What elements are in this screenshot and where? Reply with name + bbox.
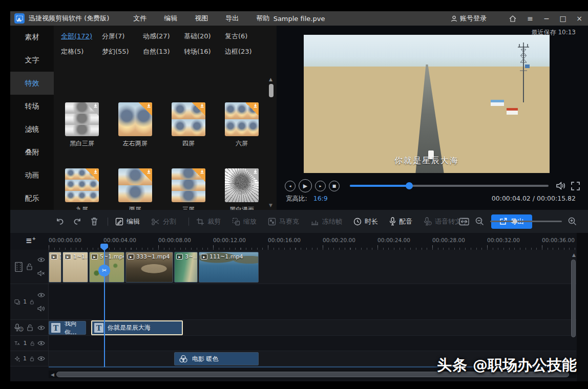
tab-freeze[interactable]: 定格(5)	[61, 47, 102, 56]
text-track[interactable]	[49, 336, 576, 351]
sidebar-item-overlays[interactable]: 叠附	[10, 141, 54, 164]
sidebar-item-transitions[interactable]: 转场	[10, 95, 54, 118]
freeze-frame-tool-button[interactable]: 冻结帧	[310, 217, 342, 226]
crop-tool-button[interactable]: 裁剪	[196, 217, 221, 226]
play-button[interactable]: ▶	[299, 179, 312, 192]
effect-thumb[interactable]	[65, 102, 99, 136]
text-track-header: 1	[10, 336, 49, 351]
menu-edit[interactable]: 编辑	[164, 14, 177, 23]
video-clip[interactable]: ▶3~...	[174, 252, 198, 283]
lock-icon[interactable]	[26, 263, 33, 270]
mosaic-tool-button[interactable]: 马赛克	[268, 217, 299, 226]
sidebar-item-media[interactable]: 素材	[10, 26, 54, 49]
undo-button[interactable]	[55, 218, 65, 226]
effect-track-icon	[14, 355, 20, 363]
add-track-button[interactable]: ≡+	[26, 236, 36, 245]
effect-thumb[interactable]	[118, 102, 152, 136]
video-clip[interactable]: ▶1~1...	[62, 252, 88, 283]
effect-thumb[interactable]	[172, 102, 205, 136]
speaker-icon[interactable]	[37, 306, 45, 312]
effect-thumb[interactable]	[225, 168, 259, 202]
previous-frame-button[interactable]: ◂	[285, 181, 296, 191]
sidebar-item-filters[interactable]: 滤镜	[10, 118, 54, 141]
tab-splitscreen[interactable]: 分屏(7)	[102, 32, 143, 41]
lock-icon[interactable]	[27, 324, 33, 331]
menu-view[interactable]: 视图	[195, 14, 208, 23]
fullscreen-icon[interactable]	[571, 182, 580, 190]
tab-dream[interactable]: 梦幻(55)	[102, 47, 143, 56]
sidebar-item-text[interactable]: 文字	[10, 49, 54, 72]
zoom-slider-handle[interactable]	[513, 219, 517, 224]
scrollbar-thumb[interactable]	[269, 84, 274, 97]
tab-all[interactable]: 全部(172)	[61, 32, 102, 41]
video-preview[interactable]: 你就是星辰大海	[304, 35, 550, 173]
split-tool-button[interactable]: 分割	[151, 217, 176, 226]
delete-button[interactable]	[90, 217, 98, 226]
timeline-right-gutter	[577, 233, 588, 381]
subtitle-clip[interactable]: T我向你...	[49, 321, 86, 335]
scroll-up-icon[interactable]: ▲	[269, 77, 272, 82]
mute-icon[interactable]	[37, 270, 45, 276]
scroll-left-icon[interactable]: ◀	[51, 372, 54, 377]
lock-icon[interactable]	[30, 355, 34, 362]
home-button[interactable]	[509, 15, 518, 22]
playhead-split-button[interactable]: ✂	[98, 265, 110, 276]
aspect-ratio[interactable]: 宽高比: 16:9	[286, 194, 328, 203]
effect-clip[interactable]: 电影 暖色	[174, 352, 259, 365]
effects-scrollbar[interactable]: ▲ ▼	[268, 77, 275, 208]
tab-retro[interactable]: 复古(6)	[225, 32, 266, 41]
next-frame-button[interactable]: ▸	[315, 181, 326, 191]
tab-nature[interactable]: 自然(13)	[143, 47, 184, 56]
eye-icon[interactable]	[37, 356, 45, 361]
close-button[interactable]: ×	[575, 14, 584, 23]
sidebar-item-effects[interactable]: 特效	[10, 72, 54, 95]
menu-help[interactable]: 帮助	[256, 14, 269, 23]
tab-transition[interactable]: 转场(16)	[184, 47, 225, 56]
main-menu-button[interactable]: ≡	[526, 14, 535, 23]
minimize-button[interactable]: −	[542, 14, 551, 23]
eye-icon[interactable]	[37, 340, 45, 346]
sidebar-item-animation[interactable]: 动画	[10, 164, 54, 187]
zoom-in-icon[interactable]	[568, 217, 577, 226]
download-icon	[245, 168, 259, 182]
duration-tool-button[interactable]: 时长	[353, 217, 378, 226]
video-clip[interactable]: ▶111~1.mp4	[199, 252, 259, 283]
menu-file[interactable]: 文件	[133, 14, 146, 23]
tab-dynamic[interactable]: 动感(27)	[143, 32, 184, 41]
account-login-button[interactable]: 账号登录	[451, 14, 487, 23]
effect-thumb[interactable]	[65, 168, 99, 202]
video-clip[interactable]: ▶333~1.mp4	[125, 252, 173, 283]
timeline-vertical-scrollbar[interactable]: ▲	[571, 252, 577, 342]
fit-timeline-icon[interactable]	[459, 218, 469, 226]
eye-icon[interactable]	[37, 325, 45, 331]
volume-icon[interactable]	[556, 181, 566, 190]
timeline-zoom-slider[interactable]	[490, 221, 562, 222]
eye-icon[interactable]	[37, 292, 45, 298]
tab-border[interactable]: 边框(23)	[225, 47, 266, 56]
menu-export[interactable]: 导出	[225, 14, 239, 23]
eye-icon[interactable]	[37, 257, 45, 263]
tab-basic[interactable]: 基础(20)	[184, 32, 225, 41]
playhead-line[interactable]	[104, 246, 105, 367]
scale-tool-button[interactable]: 缩放	[232, 217, 257, 226]
zoom-out-icon[interactable]	[475, 217, 484, 226]
effect-thumb[interactable]	[118, 168, 152, 202]
scroll-up-icon[interactable]: ▲	[571, 252, 577, 257]
sidebar-item-music[interactable]: 配乐	[10, 187, 54, 210]
edit-tool-button[interactable]: 编辑	[115, 217, 140, 226]
lock-icon[interactable]	[30, 298, 34, 306]
scroll-down-icon[interactable]: ▼	[269, 203, 272, 208]
seek-slider[interactable]	[350, 185, 549, 187]
redo-button[interactable]	[73, 218, 82, 226]
maximize-button[interactable]: □	[558, 14, 568, 23]
seek-handle[interactable]	[406, 182, 413, 189]
effect-thumb[interactable]	[225, 102, 259, 136]
pip-track[interactable]	[49, 284, 576, 320]
clip-play-icon: ▶	[176, 254, 183, 260]
lock-icon[interactable]	[30, 340, 34, 347]
effect-thumb[interactable]	[172, 168, 205, 202]
stop-button[interactable]: ■	[329, 181, 340, 191]
dub-tool-button[interactable]: 配音	[389, 217, 412, 226]
video-clip[interactable]: ▶1	[49, 252, 61, 283]
vscrollbar-thumb[interactable]	[571, 260, 576, 337]
